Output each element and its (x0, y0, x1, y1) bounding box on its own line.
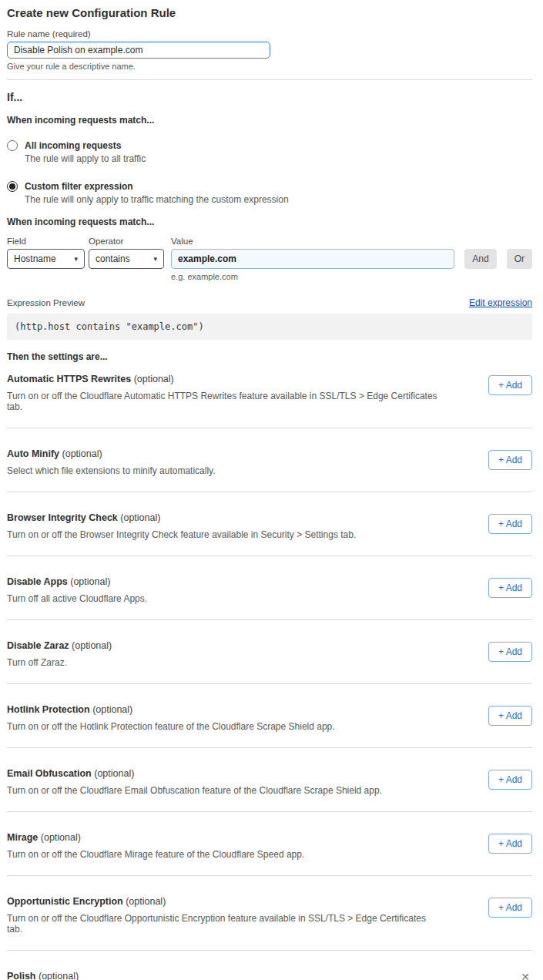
setting-row: Auto Minify (optional) Select which file… (7, 428, 532, 492)
or-button[interactable]: Or (507, 249, 532, 269)
value-column: Value e.g. example.com (171, 237, 454, 281)
expression-preview-code: (http.host contains "example.com") (7, 314, 532, 340)
setting-optional-label: (optional) (94, 768, 134, 779)
setting-row: Opportunistic Encryption (optional) Turn… (7, 876, 532, 950)
setting-optional-label: (optional) (62, 448, 102, 459)
radio-option-label: All incoming requests (25, 140, 146, 151)
add-setting-button[interactable]: + Add (488, 578, 532, 598)
value-input[interactable] (171, 249, 454, 269)
setting-description: Turn on or off the Browser Integrity Che… (7, 529, 356, 540)
and-button[interactable]: And (464, 249, 496, 269)
radio-icon (7, 181, 18, 192)
setting-description: Turn on or off the Cloudflare Opportunis… (7, 913, 438, 935)
setting-info: Opportunistic Encryption (optional) Turn… (7, 896, 438, 935)
edit-expression-link[interactable]: Edit expression (469, 297, 532, 308)
setting-optional-label: (optional) (134, 374, 174, 384)
page-title: Create new Configuration Rule (7, 6, 532, 19)
radio-option-text: Custom filter expression The rule will o… (25, 181, 289, 205)
operator-select[interactable]: contains ▾ (89, 249, 164, 269)
setting-optional-label: (optional) (92, 704, 132, 715)
chevron-down-icon: ▾ (153, 255, 157, 263)
setting-title: Polish (optional) (7, 971, 79, 980)
setting-row: Automatic HTTPS Rewrites (optional) Turn… (7, 362, 532, 428)
field-select[interactable]: Hostname ▾ (7, 249, 85, 269)
setting-name: Automatic HTTPS Rewrites (7, 374, 131, 384)
setting-name: Mirage (7, 832, 38, 843)
rule-name-label: Rule name (required) (7, 29, 532, 39)
settings-list: Automatic HTTPS Rewrites (optional) Turn… (7, 362, 532, 951)
setting-title: Mirage (optional) (7, 832, 304, 843)
and-or-buttons: And Or (464, 249, 532, 269)
if-heading: If... (7, 91, 532, 103)
setting-description: Turn on or off the Cloudflare Mirage fea… (7, 849, 304, 860)
radio-icon (7, 140, 18, 151)
add-setting-button[interactable]: + Add (488, 450, 532, 470)
radio-option-description: The rule will only apply to traffic matc… (25, 194, 289, 205)
setting-optional-label: (optional) (120, 512, 160, 523)
setting-description: Turn off all active Cloudflare Apps. (7, 593, 147, 604)
radio-option-text: All incoming requests The rule will appl… (25, 140, 146, 164)
setting-info: Auto Minify (optional) Select which file… (7, 448, 216, 476)
filter-builder-row: Field Hostname ▾ Operator contains ▾ Val… (7, 237, 532, 281)
field-column: Field Hostname ▾ (7, 237, 85, 269)
field-label: Field (7, 237, 85, 246)
filter-builder-heading: When incoming requests match... (7, 216, 532, 227)
setting-row: Email Obfuscation (optional) Turn on or … (7, 748, 532, 811)
setting-optional-label: (optional) (41, 832, 81, 843)
setting-description: Select which file extensions to minify a… (7, 465, 216, 476)
setting-row: Hotlink Protection (optional) Turn on or… (7, 684, 532, 747)
setting-info: Mirage (optional) Turn on or off the Clo… (7, 832, 304, 860)
setting-name: Auto Minify (7, 448, 59, 459)
setting-name: Hotlink Protection (7, 704, 90, 715)
add-setting-button[interactable]: + Add (488, 514, 532, 534)
setting-info: Email Obfuscation (optional) Turn on or … (7, 768, 382, 796)
setting-description: Turn off Zaraz. (7, 657, 112, 668)
rule-name-group: Rule name (required) Give your rule a de… (7, 29, 532, 71)
setting-info: Disable Apps (optional) Turn off all act… (7, 576, 147, 604)
setting-row: Disable Zaraz (optional) Turn off Zaraz.… (7, 620, 532, 683)
operator-label: Operator (89, 237, 164, 246)
setting-name: Email Obfuscation (7, 768, 92, 779)
expression-preview-label: Expression Preview (7, 298, 85, 307)
setting-title: Browser Integrity Check (optional) (7, 512, 356, 523)
setting-title: Hotlink Protection (optional) (7, 704, 335, 715)
setting-row: Browser Integrity Check (optional) Turn … (7, 492, 532, 555)
operator-select-value: contains (96, 253, 130, 264)
value-label: Value (171, 237, 454, 246)
add-setting-button[interactable]: + Add (488, 642, 532, 662)
setting-description: Turn on or off the Hotlink Protection fe… (7, 721, 335, 732)
setting-name: Browser Integrity Check (7, 512, 118, 523)
setting-info: Automatic HTTPS Rewrites (optional) Turn… (7, 374, 438, 412)
setting-row-polish-expanded: Polish (optional) ✕ Change the settings … (7, 951, 532, 980)
setting-name: Disable Apps (7, 576, 68, 587)
radio-option-custom-filter-expression[interactable]: Custom filter expression The rule will o… (7, 181, 532, 205)
setting-optional-label: (optional) (72, 640, 112, 651)
setting-optional-label: (optional) (70, 576, 110, 587)
radio-option-label: Custom filter expression (25, 181, 289, 192)
field-select-value: Hostname (14, 253, 56, 264)
chevron-down-icon: ▾ (74, 255, 78, 263)
add-setting-button[interactable]: + Add (488, 375, 532, 395)
add-setting-button[interactable]: + Add (488, 834, 532, 854)
expression-preview-header: Expression Preview Edit expression (7, 297, 532, 308)
value-helper: e.g. example.com (171, 272, 454, 281)
setting-info: Hotlink Protection (optional) Turn on or… (7, 704, 335, 732)
setting-optional-label: (optional) (126, 896, 166, 907)
setting-optional-label: (optional) (39, 971, 79, 980)
incoming-requests-match-heading: When incoming requests match... (7, 115, 532, 126)
create-configuration-rule-page: Create new Configuration Rule Rule name … (0, 0, 543, 980)
setting-info: Browser Integrity Check (optional) Turn … (7, 512, 356, 540)
add-setting-button[interactable]: + Add (488, 898, 532, 918)
setting-name: Opportunistic Encryption (7, 896, 123, 907)
rule-name-helper: Give your rule a descriptive name. (7, 62, 532, 71)
rule-name-input[interactable] (7, 42, 270, 59)
operator-column: Operator contains ▾ (89, 237, 164, 269)
add-setting-button[interactable]: + Add (488, 770, 532, 790)
radio-option-all-incoming-requests[interactable]: All incoming requests The rule will appl… (7, 140, 532, 164)
radio-option-description: The rule will apply to all traffic (25, 153, 146, 164)
setting-name: Disable Zaraz (7, 640, 69, 651)
setting-title: Disable Zaraz (optional) (7, 640, 112, 651)
add-setting-button[interactable]: + Add (488, 706, 532, 726)
setting-row: Disable Apps (optional) Turn off all act… (7, 556, 532, 619)
close-icon[interactable]: ✕ (521, 972, 530, 980)
